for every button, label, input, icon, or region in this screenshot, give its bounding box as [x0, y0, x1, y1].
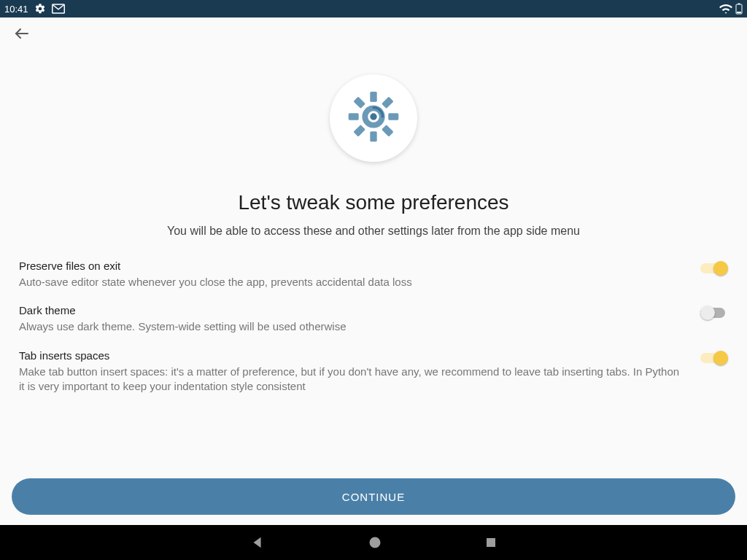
pref-title: Dark theme: [19, 304, 686, 316]
settings-icon: [34, 3, 46, 15]
svg-point-16: [370, 537, 381, 548]
svg-rect-12: [353, 96, 365, 109]
nav-recent-button[interactable]: [484, 536, 498, 549]
wifi-icon: [719, 4, 732, 14]
svg-rect-7: [370, 131, 376, 141]
nav-back-button[interactable]: [249, 534, 266, 551]
svg-rect-13: [382, 125, 394, 137]
pref-desc: Make tab button insert spaces: it's a ma…: [19, 365, 686, 394]
svg-rect-11: [353, 125, 365, 137]
status-time: 10:41: [4, 4, 28, 15]
pref-desc: Always use dark theme. System-wide setti…: [19, 319, 686, 334]
pref-preserve-files-switch[interactable]: [700, 261, 728, 276]
svg-rect-6: [370, 92, 376, 102]
svg-point-15: [370, 113, 376, 120]
content-area: Let's tweak some preferences You will be…: [0, 18, 747, 525]
svg-rect-2: [738, 4, 740, 5]
pref-dark-theme-switch[interactable]: [700, 306, 728, 320]
battery-icon: [735, 3, 743, 15]
svg-rect-17: [487, 538, 495, 547]
back-button[interactable]: [13, 25, 31, 45]
pref-tab-spaces[interactable]: Tab inserts spaces Make tab button inser…: [19, 343, 728, 403]
pref-title: Tab inserts spaces: [19, 349, 686, 362]
gear-icon: [345, 88, 402, 148]
nav-home-button[interactable]: [368, 535, 382, 550]
pref-tab-spaces-switch[interactable]: [700, 351, 728, 365]
pref-title: Preserve files on exit: [19, 260, 686, 272]
pref-desc: Auto-save editor state whenever you clos…: [19, 275, 686, 289]
mail-icon: [52, 4, 65, 14]
status-bar: 10:41: [0, 0, 747, 18]
page-subtitle: You will be able to access these and oth…: [167, 225, 580, 238]
continue-button[interactable]: CONTINUE: [12, 478, 735, 515]
svg-rect-10: [382, 96, 394, 109]
pref-preserve-files[interactable]: Preserve files on exit Auto-save editor …: [19, 254, 728, 298]
svg-rect-9: [388, 113, 398, 120]
svg-rect-8: [349, 113, 359, 120]
navigation-bar: [0, 525, 747, 560]
page-title: Let's tweak some preferences: [238, 191, 508, 214]
hero-circle: [330, 74, 417, 162]
pref-dark-theme[interactable]: Dark theme Always use dark theme. System…: [19, 298, 728, 343]
svg-rect-3: [737, 12, 741, 13]
